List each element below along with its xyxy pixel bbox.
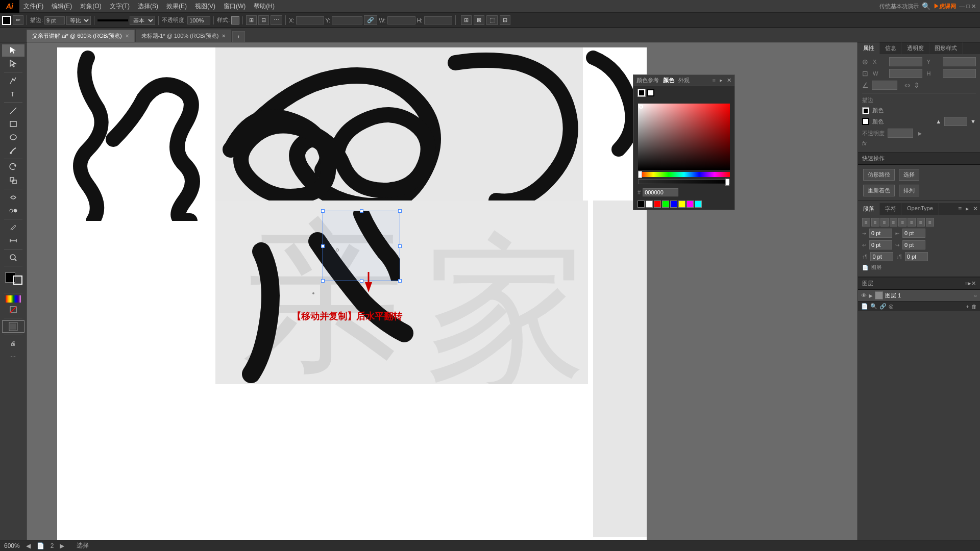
space-after-input[interactable]: [905, 252, 928, 261]
align-center-v[interactable]: ≡: [917, 218, 925, 227]
prop-w-input[interactable]: 33.625 p: [889, 69, 922, 78]
status-next-page[interactable]: ▶: [60, 542, 64, 549]
tool-none-fill[interactable]: [2, 304, 24, 316]
color-ref-tab[interactable]: 颜色参考: [636, 77, 659, 84]
indent-input4[interactable]: [902, 240, 925, 249]
status-prev-page[interactable]: ◀: [26, 542, 31, 549]
toolbar-style-swatch[interactable]: [231, 16, 239, 24]
tool-line[interactable]: [2, 105, 24, 117]
fill-indicator[interactable]: [638, 89, 646, 97]
paragraph-panel-close[interactable]: ✕: [971, 203, 980, 215]
status-zoom[interactable]: 600%: [4, 542, 20, 549]
tab-info[interactable]: 信息: [880, 42, 902, 54]
swatch-yellow[interactable]: [678, 201, 685, 208]
menu-help[interactable]: 帮助(H): [250, 0, 279, 12]
hex-input[interactable]: [643, 188, 678, 196]
x-input[interactable]: 497.176: [296, 16, 324, 24]
tool-brush[interactable]: [2, 144, 24, 157]
swatch-cyan[interactable]: [695, 201, 702, 208]
swatch-green[interactable]: [662, 201, 669, 208]
color-panel-close[interactable]: ✕: [727, 77, 731, 84]
align-left[interactable]: ≡: [862, 218, 870, 227]
layer-lock-icon[interactable]: ○: [974, 293, 977, 298]
swatch-red[interactable]: [654, 201, 661, 208]
swatch-black[interactable]: [638, 201, 645, 208]
toolbar-stroke-icon[interactable]: [2, 16, 11, 25]
swatch-magenta[interactable]: [687, 201, 694, 208]
toolbar-btn4[interactable]: ⊟: [500, 15, 510, 25]
alpha-slider[interactable]: [638, 179, 730, 184]
layers-header-close[interactable]: ✕: [971, 280, 976, 287]
tool-rotate[interactable]: [2, 161, 24, 173]
layers-add-icon[interactable]: +: [966, 304, 969, 310]
prop-flip-v-icon[interactable]: ⇕: [914, 81, 920, 89]
swatch-blue[interactable]: [670, 201, 677, 208]
tool-scale[interactable]: [2, 174, 24, 187]
space-before-input[interactable]: [870, 252, 893, 261]
toolbar-btn2[interactable]: ⊠: [474, 15, 484, 25]
alpha-handle[interactable]: [725, 179, 729, 186]
menu-window-controls[interactable]: — □ ✕: [959, 3, 976, 10]
tab-second[interactable]: 未标题-1* @ 100% (RGB/预览) ✕: [136, 30, 232, 42]
layers-delete-icon[interactable]: 🗑: [971, 304, 977, 310]
menu-type[interactable]: 文字(T): [106, 0, 134, 12]
tab-opentype[interactable]: OpenType: [902, 203, 939, 215]
toolbar-btn1[interactable]: ⊞: [461, 15, 472, 25]
toolbar-transform-btn[interactable]: ⊟: [258, 15, 269, 25]
prop-y-input[interactable]: 1083.375: [943, 57, 976, 66]
layer-visibility-icon[interactable]: 👁: [861, 292, 867, 298]
prop-x-input[interactable]: 497.176: [889, 57, 922, 66]
stroke-indicator[interactable]: [647, 89, 654, 96]
prop-stroke-width-input[interactable]: 9 pt: [944, 117, 967, 126]
tool-warp[interactable]: [2, 191, 24, 204]
toolbar-stroke-style[interactable]: 基本: [130, 16, 155, 25]
menu-search-icon[interactable]: 🔍: [922, 2, 930, 10]
tool-zoom[interactable]: [2, 252, 24, 264]
menu-object[interactable]: 对象(O): [76, 0, 105, 12]
toolbar-more-btn[interactable]: ⋯: [271, 15, 282, 25]
tab-second-close[interactable]: ✕: [222, 33, 226, 39]
prop-stroke-swatch[interactable]: [862, 118, 869, 125]
align-center[interactable]: ≡: [871, 218, 879, 227]
quick-ops-btn1r[interactable]: 选择: [899, 169, 919, 181]
tab-add[interactable]: +: [232, 31, 244, 42]
align-right-v[interactable]: ≡: [926, 218, 934, 227]
tab-paragraph[interactable]: 段落: [858, 203, 880, 215]
tab-transparency[interactable]: 透明度: [902, 42, 929, 54]
quick-ops-btn2r[interactable]: 排列: [899, 185, 919, 196]
indent-input2[interactable]: [902, 229, 925, 238]
tool-rect[interactable]: [2, 118, 24, 130]
tab-main-close[interactable]: ✕: [125, 33, 129, 39]
h-input[interactable]: 26.75 px: [424, 16, 452, 24]
sel-handle-br[interactable]: [398, 279, 402, 283]
sel-handle-tl[interactable]: [321, 209, 325, 213]
paragraph-panel-expand[interactable]: ▸: [964, 203, 971, 215]
toolbar-opacity-input[interactable]: [187, 16, 210, 24]
toolbar-stroke-input[interactable]: [44, 16, 65, 24]
prop-angle-input[interactable]: 0°: [872, 81, 897, 90]
swatch-white[interactable]: [646, 201, 653, 208]
tool-extra[interactable]: ⋯: [2, 350, 24, 363]
color-panel-menu[interactable]: ≡: [713, 78, 716, 84]
color-gradient[interactable]: [638, 104, 730, 170]
layer-expand-icon[interactable]: ▶: [869, 293, 873, 298]
y-input[interactable]: 1083.375: [332, 16, 362, 24]
w-input[interactable]: 33.625 px: [387, 16, 415, 24]
canvas-area[interactable]: 亲 家: [27, 42, 857, 551]
layers-link-icon[interactable]: 🔗: [879, 303, 887, 310]
menu-view[interactable]: 视图(V): [191, 0, 219, 12]
tool-blend[interactable]: [2, 205, 24, 217]
quick-ops-btn2[interactable]: 重新着色: [863, 185, 895, 196]
menu-select[interactable]: 选择(S): [134, 0, 162, 12]
tool-artboard[interactable]: [2, 320, 24, 333]
quick-ops-btn1[interactable]: 仿形路径: [863, 169, 895, 181]
menu-effect[interactable]: 效果(E): [162, 0, 191, 12]
prop-flip-h-icon[interactable]: ⇔: [904, 81, 911, 89]
color-appearance-tab[interactable]: 外观: [678, 77, 690, 84]
align-justify-all[interactable]: ≡: [898, 218, 906, 227]
tool-eyedropper[interactable]: [2, 221, 24, 234]
sel-handle-ml[interactable]: [321, 244, 325, 248]
layer-row-1[interactable]: 👁 ▶ 图层 1 ○: [858, 290, 980, 301]
menu-edit[interactable]: 编辑(E): [47, 0, 76, 12]
menu-file[interactable]: 文件(F): [19, 0, 47, 12]
